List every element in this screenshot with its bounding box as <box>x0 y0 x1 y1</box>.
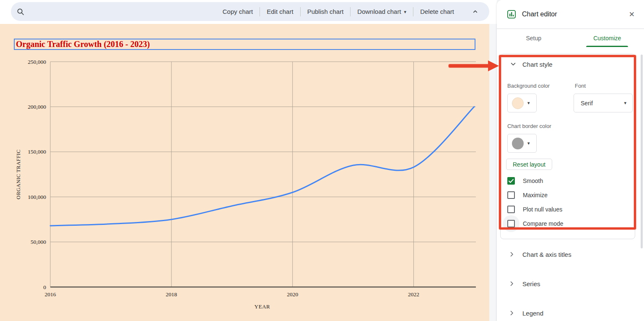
copy-chart-label: Copy chart <box>223 8 253 15</box>
y-tick-label: 50,000 <box>31 239 46 245</box>
chart-style-heading: Chart style <box>522 61 553 68</box>
chart-canvas[interactable]: 050,000100,000150,000200,000250,00020162… <box>0 24 489 321</box>
panel-header: Chart editor ✕ <box>497 0 644 29</box>
chart-border-color-dropdown[interactable]: ▾ <box>507 134 537 153</box>
y-tick-label: 100,000 <box>28 194 46 200</box>
background-color-dropdown[interactable]: ▾ <box>507 94 537 112</box>
x-tick-label: 2020 <box>287 291 298 298</box>
font-dropdown[interactable]: Serif ▾ <box>574 94 633 112</box>
background-color-swatch <box>512 97 524 109</box>
publish-chart-button[interactable]: Publish chart <box>301 2 351 21</box>
section-chart-axis-titles[interactable]: Chart & axis titles <box>497 246 644 263</box>
copy-chart-button[interactable]: Copy chart <box>216 2 260 21</box>
compare-mode-checkbox[interactable] <box>507 220 515 227</box>
caret-down-icon: ▾ <box>404 9 407 15</box>
chart-toolbar: Copy chart Edit chart Publish chart Down… <box>11 2 489 21</box>
plot-null-values-checkbox[interactable] <box>507 206 515 213</box>
search-icon <box>17 8 24 16</box>
caret-down-icon: ▾ <box>527 141 530 146</box>
active-tab-underline <box>586 46 628 47</box>
caret-down-icon: ▾ <box>527 100 530 106</box>
collapse-toolbar-button[interactable] <box>467 2 483 21</box>
compare-mode-label: Compare mode <box>523 220 564 227</box>
chevron-right-icon <box>509 280 515 287</box>
chevron-down-icon <box>510 61 517 68</box>
chevron-right-icon <box>509 310 515 316</box>
y-axis-title: ORGANIC TRAFFIC <box>16 149 21 199</box>
section-legend[interactable]: Legend <box>497 305 644 321</box>
x-tick-label: 2022 <box>408 291 419 298</box>
checkmark-icon <box>507 177 515 185</box>
search-button[interactable] <box>11 2 30 21</box>
delete-chart-button[interactable]: Delete chart <box>413 2 461 21</box>
chart-style-header[interactable]: Chart style <box>501 59 553 69</box>
series-line <box>50 107 474 226</box>
smooth-label: Smooth <box>523 177 543 184</box>
y-tick-label: 150,000 <box>28 149 46 155</box>
smooth-checkbox[interactable] <box>507 177 515 185</box>
x-tick-label: 2016 <box>45 291 56 298</box>
font-value: Serif <box>581 100 624 107</box>
maximize-label: Maximize <box>523 192 548 198</box>
x-axis-title: YEAR <box>254 303 270 310</box>
chart-title-box[interactable]: Organic Traffic Growth (2016 - 2023) <box>14 39 475 50</box>
edit-chart-button[interactable]: Edit chart <box>260 2 300 21</box>
chevron-up-icon <box>472 8 478 15</box>
tab-setup[interactable]: Setup <box>497 29 571 47</box>
download-chart-label: Download chart <box>357 8 401 15</box>
compare-mode-row[interactable]: Compare mode <box>501 217 635 231</box>
delete-chart-label: Delete chart <box>420 8 454 15</box>
panel-scrollbar[interactable] <box>641 55 643 248</box>
plot-null-values-row[interactable]: Plot null values <box>501 202 635 217</box>
maximize-row[interactable]: Maximize <box>501 188 635 202</box>
panel-title: Chart editor <box>522 10 629 18</box>
section-label: Series <box>522 280 540 287</box>
y-tick-label: 250,000 <box>28 59 46 65</box>
caret-down-icon: ▾ <box>624 100 626 106</box>
y-tick-label: 0 <box>43 284 46 290</box>
chevron-right-icon <box>509 251 515 258</box>
x-tick-label: 2018 <box>166 291 177 298</box>
chart-title: Organic Traffic Growth (2016 - 2023) <box>15 39 150 49</box>
reset-layout-button[interactable]: Reset layout <box>506 159 552 170</box>
chart-border-color-label: Chart border color <box>507 123 551 129</box>
toolbar-actions: Copy chart Edit chart Publish chart Down… <box>216 2 489 21</box>
plot-null-values-label: Plot null values <box>523 206 562 213</box>
section-series[interactable]: Series <box>497 275 644 292</box>
font-label: Font <box>575 83 586 89</box>
line-chart-plot: 050,000100,000150,000200,000250,00020162… <box>0 24 489 321</box>
edit-chart-label: Edit chart <box>267 8 293 15</box>
maximize-checkbox[interactable] <box>507 191 515 199</box>
section-label: Chart & axis titles <box>522 251 571 258</box>
y-tick-label: 200,000 <box>28 104 46 110</box>
chart-editor-icon <box>507 10 516 19</box>
annotation-arrow-head <box>488 60 499 71</box>
chart-style-section: Chart style Background color Font ▾ Seri… <box>500 54 635 239</box>
annotation-arrow <box>449 64 489 68</box>
smooth-row[interactable]: Smooth <box>501 174 635 188</box>
tab-customize[interactable]: Customize <box>571 29 644 47</box>
section-label: Legend <box>522 310 543 317</box>
background-color-label: Background color <box>507 83 550 89</box>
chart-editor-panel: Chart editor ✕ Setup Customize Chart sty… <box>497 0 644 321</box>
chart-border-color-swatch <box>512 138 524 149</box>
panel-tabs: Setup Customize <box>497 29 644 47</box>
publish-chart-label: Publish chart <box>307 8 344 15</box>
download-chart-button[interactable]: Download chart ▾ <box>351 2 413 21</box>
close-icon[interactable]: ✕ <box>629 11 635 18</box>
